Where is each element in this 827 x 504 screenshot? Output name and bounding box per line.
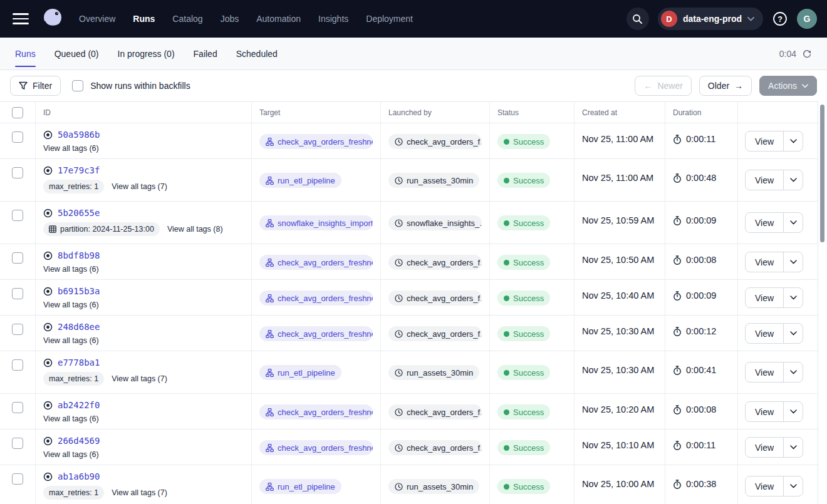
- launched-by-pill[interactable]: check_avg_orders_f…: [388, 404, 482, 419]
- row-checkbox[interactable]: [12, 288, 23, 299]
- launched-by-pill[interactable]: run_assets_30min: [388, 173, 479, 188]
- view-button[interactable]: View: [746, 363, 784, 382]
- created-at-value: Nov 25, 11:00 AM: [582, 173, 653, 183]
- run-id-link[interactable]: 248d68ee: [58, 322, 100, 332]
- row-checkbox[interactable]: [12, 324, 23, 335]
- view-dropdown-button[interactable]: [784, 363, 803, 382]
- nav-item-insights[interactable]: Insights: [318, 14, 348, 24]
- view-dropdown-button[interactable]: [784, 131, 803, 151]
- older-button[interactable]: Older →: [699, 76, 752, 96]
- launched-by-pill[interactable]: check_avg_orders_f…: [388, 255, 482, 270]
- launched-by-pill[interactable]: check_avg_orders_f…: [388, 326, 482, 341]
- view-all-tags-link[interactable]: View all tags (6): [43, 301, 99, 309]
- run-tag-pill[interactable]: max_retries: 1: [43, 486, 104, 500]
- run-id-link[interactable]: b6915b3a: [58, 286, 100, 296]
- tab-scheduled[interactable]: Scheduled: [236, 38, 278, 69]
- run-id-link[interactable]: 17e79c3f: [58, 165, 100, 175]
- run-id-link[interactable]: 5b20655e: [58, 208, 100, 218]
- run-tag-pill[interactable]: partition: 2024-11-25-13:00: [43, 222, 160, 236]
- view-button[interactable]: View: [746, 170, 784, 190]
- nav-item-jobs[interactable]: Jobs: [221, 14, 239, 24]
- view-all-tags-link[interactable]: View all tags (7): [112, 182, 167, 191]
- target-pill[interactable]: check_avg_orders_freshne: [259, 291, 373, 306]
- view-all-tags-link[interactable]: View all tags (6): [43, 144, 99, 153]
- launched-by-pill[interactable]: snowflake_insights_…: [388, 215, 482, 230]
- refresh-icon[interactable]: [802, 49, 812, 59]
- run-id-link[interactable]: ab1a6b90: [58, 471, 100, 481]
- launched-by-pill[interactable]: check_avg_orders_f…: [388, 134, 482, 149]
- hamburger-menu-icon[interactable]: [13, 13, 29, 24]
- run-id-link[interactable]: ab2422f0: [58, 400, 100, 410]
- run-id-link[interactable]: e7778ba1: [58, 357, 100, 368]
- view-button[interactable]: View: [746, 402, 784, 421]
- row-checkbox[interactable]: [12, 167, 23, 178]
- vertical-scrollbar[interactable]: [820, 105, 824, 242]
- view-dropdown-button[interactable]: [784, 170, 803, 190]
- run-tag-pill[interactable]: max_retries: 1: [43, 180, 104, 193]
- view-button[interactable]: View: [746, 324, 784, 343]
- row-checkbox[interactable]: [12, 359, 23, 371]
- newer-button[interactable]: ← Newer: [635, 76, 691, 96]
- nav-item-automation[interactable]: Automation: [256, 14, 301, 24]
- view-button[interactable]: View: [746, 213, 784, 232]
- view-all-tags-link[interactable]: View all tags (6): [43, 265, 99, 274]
- run-id-link[interactable]: 266d4569: [58, 436, 100, 446]
- search-icon[interactable]: [627, 8, 649, 30]
- launched-by-pill[interactable]: check_avg_orders_f…: [388, 291, 482, 306]
- select-all-checkbox[interactable]: [12, 107, 23, 118]
- nav-item-deployment[interactable]: Deployment: [366, 14, 413, 24]
- nav-item-overview[interactable]: Overview: [79, 14, 115, 24]
- actions-button[interactable]: Actions: [759, 76, 817, 96]
- target-pill[interactable]: run_etl_pipeline: [259, 365, 341, 380]
- launched-by-pill[interactable]: run_assets_30min: [388, 365, 479, 380]
- view-button[interactable]: View: [746, 131, 784, 151]
- view-dropdown-button[interactable]: [784, 324, 803, 343]
- view-dropdown-button[interactable]: [784, 252, 803, 272]
- target-pill[interactable]: check_avg_orders_freshne: [259, 404, 373, 419]
- view-dropdown-button[interactable]: [784, 402, 803, 421]
- view-dropdown-button[interactable]: [784, 438, 803, 457]
- row-checkbox[interactable]: [12, 210, 23, 221]
- target-pill[interactable]: check_avg_orders_freshne: [259, 326, 373, 341]
- nav-item-catalog[interactable]: Catalog: [172, 14, 202, 24]
- row-checkbox[interactable]: [12, 131, 23, 143]
- view-all-tags-link[interactable]: View all tags (6): [43, 336, 99, 345]
- view-button[interactable]: View: [746, 252, 784, 272]
- run-id-link[interactable]: 50a5986b: [58, 130, 100, 140]
- view-button[interactable]: View: [746, 288, 784, 307]
- target-pill[interactable]: check_avg_orders_freshne: [259, 134, 373, 149]
- view-button[interactable]: View: [746, 476, 784, 496]
- launched-by-pill[interactable]: check_avg_orders_f…: [388, 440, 482, 455]
- row-checkbox[interactable]: [12, 438, 23, 449]
- tab-runs[interactable]: Runs: [15, 38, 36, 69]
- target-pill[interactable]: check_avg_orders_freshne: [259, 440, 373, 455]
- view-all-tags-link[interactable]: View all tags (6): [43, 450, 99, 459]
- row-checkbox[interactable]: [12, 473, 23, 485]
- view-all-tags-link[interactable]: View all tags (7): [112, 374, 167, 383]
- view-dropdown-button[interactable]: [784, 476, 803, 496]
- nav-item-runs[interactable]: Runs: [133, 14, 155, 24]
- tab-queued-0[interactable]: Queued (0): [55, 38, 99, 69]
- tab-failed[interactable]: Failed: [194, 38, 217, 69]
- help-icon[interactable]: ?: [772, 11, 788, 27]
- row-checkbox[interactable]: [12, 402, 23, 413]
- target-pill[interactable]: run_etl_pipeline: [259, 479, 341, 494]
- tab-in-progress-0[interactable]: In progress (0): [118, 38, 175, 69]
- launched-by-pill[interactable]: run_assets_30min: [388, 479, 479, 494]
- view-all-tags-link[interactable]: View all tags (8): [167, 225, 223, 234]
- view-button[interactable]: View: [746, 438, 784, 457]
- filter-button[interactable]: Filter: [10, 76, 61, 96]
- target-pill[interactable]: run_etl_pipeline: [259, 173, 341, 188]
- target-pill[interactable]: snowflake_insights_import: [259, 215, 373, 230]
- run-id-link[interactable]: 8bdf8b98: [58, 250, 100, 260]
- view-all-tags-link[interactable]: View all tags (6): [43, 414, 99, 423]
- run-tag-pill[interactable]: max_retries: 1: [43, 372, 104, 386]
- backfills-checkbox[interactable]: [72, 80, 83, 91]
- deployment-switcher[interactable]: D data-eng-prod: [658, 8, 763, 30]
- row-checkbox[interactable]: [12, 252, 23, 264]
- view-dropdown-button[interactable]: [784, 288, 803, 307]
- user-avatar[interactable]: G: [797, 9, 817, 29]
- view-all-tags-link[interactable]: View all tags (7): [112, 488, 167, 497]
- view-dropdown-button[interactable]: [784, 213, 803, 232]
- target-pill[interactable]: check_avg_orders_freshne: [259, 255, 373, 270]
